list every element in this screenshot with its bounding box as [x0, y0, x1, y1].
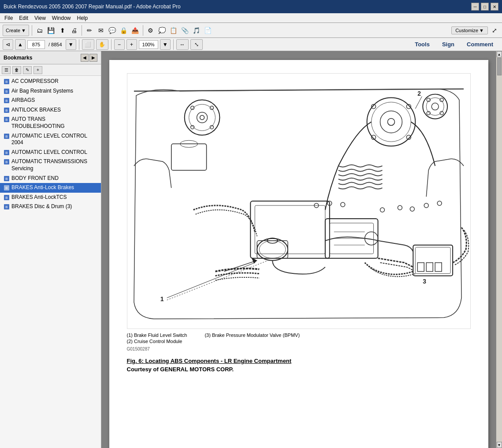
bookmark-auto-level[interactable]: B AUTOMATIC LEVEL CONTROL	[0, 148, 101, 157]
menu-view[interactable]: View	[32, 14, 48, 22]
bookmark-label-brakes-tcs: BRAKES Anti-LockTCS	[11, 194, 99, 201]
bookmark-label-brakes-disc: BRAKES Disc & Drum (3)	[11, 203, 99, 210]
edit-icon[interactable]: ✏	[85, 26, 94, 35]
fit-width-btn[interactable]: ↔	[176, 39, 189, 50]
pdf-page: 1 2 3	[109, 60, 488, 448]
bookmark-antilock-brakes[interactable]: B ANTILOCK BRAKES	[0, 105, 101, 115]
nav-first-page[interactable]: ⊲	[3, 39, 13, 50]
bookmark-brakes-antilock[interactable]: B BRAKES Anti-Lock Brakes	[0, 183, 101, 193]
scroll-down-arrow[interactable]: ▼	[497, 442, 502, 448]
create-button[interactable]: Create ▼	[3, 25, 29, 36]
nav-separator-1	[79, 39, 79, 50]
bookmark-icon: B	[4, 78, 10, 85]
nav-prev-page[interactable]: ▲	[15, 39, 26, 50]
expand-icon[interactable]: ⤢	[490, 26, 499, 35]
menu-file[interactable]: File	[2, 14, 15, 22]
sidebar-title: Bookmarks	[4, 55, 32, 61]
figure-title-text: Fig. 6: Locating ABS Components - LR Eng…	[127, 358, 292, 364]
svg-text:1: 1	[160, 295, 164, 302]
stamp-icon[interactable]: 📋	[169, 26, 178, 35]
comment-button[interactable]: Comment	[461, 39, 499, 49]
page-number-input[interactable]	[27, 40, 45, 49]
bookmark-icon-9: B	[4, 175, 10, 182]
bookmark-label-ac-compressor: AC COMPRESSOR	[11, 78, 99, 85]
comment-icon[interactable]: 💭	[157, 26, 167, 35]
bookmarks-sidebar: Bookmarks ◀ ▶ ☰ 🗑 ✎ + B AC COMPRESSOR	[0, 51, 101, 448]
media-icon[interactable]: 🎵	[192, 26, 201, 35]
zoom-input[interactable]	[139, 40, 158, 49]
open-icon[interactable]: 🗂	[35, 26, 45, 35]
security-icon[interactable]: 🔒	[119, 26, 129, 35]
scroll-up-arrow[interactable]: ▲	[497, 51, 502, 57]
nav-separator-2	[111, 39, 112, 50]
bookmark-icon-7: B	[4, 149, 10, 156]
bookmark-icon-11: B	[4, 194, 10, 201]
bookmark-brakes-disc[interactable]: B BRAKES Disc & Drum (3)	[0, 202, 101, 212]
pdf-icon[interactable]: 📄	[203, 26, 213, 35]
fit-page-btn[interactable]: ⬜	[82, 39, 94, 50]
right-scrollbar[interactable]: ▲ ▼	[496, 51, 502, 448]
sidebar-prev-btn[interactable]: ◀	[81, 54, 89, 62]
bookmark-airbags[interactable]: B AIRBAGS	[0, 96, 101, 105]
menu-edit[interactable]: Edit	[16, 14, 31, 22]
bookmark-label-auto-trans: AUTO TRANS TROUBLESHOOTING	[11, 116, 99, 130]
sign-button[interactable]: Sign	[436, 39, 461, 49]
tools-button[interactable]: Tools	[409, 39, 436, 49]
close-button[interactable]: ✕	[491, 3, 498, 11]
pdf-area[interactable]: 1 2 3	[101, 51, 496, 448]
sidebar-toolbar: ☰ 🗑 ✎ +	[0, 64, 101, 76]
window-title: Buick Rendezvous 2005 2006 2007 Repair M…	[4, 4, 181, 10]
menu-help[interactable]: Help	[74, 14, 91, 22]
zoom-in-btn[interactable]: +	[126, 39, 137, 50]
bookmark-ac-compressor[interactable]: B AC COMPRESSOR	[0, 77, 101, 86]
bookmark-body-front[interactable]: B BODY FRONT END	[0, 174, 101, 183]
minimize-button[interactable]: ─	[471, 3, 479, 11]
customize-button[interactable]: Customize ▼	[451, 26, 488, 34]
bookmark-brakes-tcs[interactable]: B BRAKES Anti-LockTCS	[0, 193, 101, 202]
scroll-thumb[interactable]	[497, 58, 502, 75]
actual-size-btn[interactable]: ⤡	[190, 39, 203, 50]
sidebar-nav: ◀ ▶	[81, 54, 97, 62]
settings-icon[interactable]: ⚙	[146, 26, 156, 35]
upload-icon[interactable]: ⬆	[58, 26, 67, 35]
bookmark-label-auto-level-2004: AUTOMATIC LEVEL CONTROL 2004	[11, 133, 99, 146]
title-bar: Buick Rendezvous 2005 2006 2007 Repair M…	[0, 0, 502, 13]
zoom-out-btn[interactable]: −	[114, 39, 125, 50]
sidebar-next-btn[interactable]: ▶	[89, 54, 97, 62]
customize-dropdown-icon: ▼	[479, 28, 484, 33]
sidebar-add-btn[interactable]: +	[33, 66, 42, 74]
bookmark-icon-8: B	[4, 159, 10, 165]
sidebar-properties-btn[interactable]: ✎	[23, 66, 32, 74]
figure-title: Fig. 6: Locating ABS Components - LR Eng…	[127, 358, 471, 364]
bookmark-icon-6: B	[4, 133, 10, 139]
menu-window[interactable]: Window	[49, 14, 74, 22]
email-icon[interactable]: ✉	[96, 26, 106, 35]
create-dropdown-icon: ▼	[21, 28, 26, 33]
svg-text:B: B	[5, 205, 7, 209]
window-controls: ─ □ ✕	[471, 3, 498, 11]
bookmark-auto-level-2004[interactable]: B AUTOMATIC LEVEL CONTROL 2004	[0, 131, 101, 148]
svg-text:B: B	[5, 80, 7, 84]
export-icon[interactable]: 📤	[130, 26, 140, 35]
bookmark-icon-10: B	[4, 185, 10, 191]
zoom-dropdown-btn[interactable]: ▼	[160, 39, 171, 50]
hand-tool-btn[interactable]: ✋	[96, 39, 108, 50]
svg-text:B: B	[5, 108, 7, 112]
svg-text:2: 2	[417, 90, 421, 97]
svg-text:B: B	[5, 160, 7, 164]
nav-next-page[interactable]: ▼	[66, 39, 76, 50]
bookmark-auto-trans[interactable]: B AUTO TRANS TROUBLESHOOTING	[0, 115, 101, 131]
bookmark-airbag-restraint[interactable]: B Air Bag Restraint Systems	[0, 86, 101, 96]
print-icon[interactable]: 🖨	[69, 26, 79, 35]
main-area: Bookmarks ◀ ▶ ☰ 🗑 ✎ + B AC COMPRESSOR	[0, 51, 502, 448]
maximize-button[interactable]: □	[481, 3, 489, 11]
svg-text:B: B	[5, 134, 7, 138]
bookmark-auto-trans-servicing[interactable]: B AUTOMATIC TRANSMISSIONS Servicing	[0, 157, 101, 173]
bookmark-label-airbags: AIRBAGS	[11, 97, 99, 104]
bookmark-label-antilock-brakes: ANTILOCK BRAKES	[11, 107, 99, 114]
sidebar-delete-btn[interactable]: 🗑	[12, 66, 21, 74]
attach-icon[interactable]: 📎	[180, 26, 190, 35]
sidebar-options-btn[interactable]: ☰	[2, 66, 11, 74]
save-icon[interactable]: 💾	[46, 26, 56, 35]
review-icon[interactable]: 💬	[108, 26, 117, 35]
